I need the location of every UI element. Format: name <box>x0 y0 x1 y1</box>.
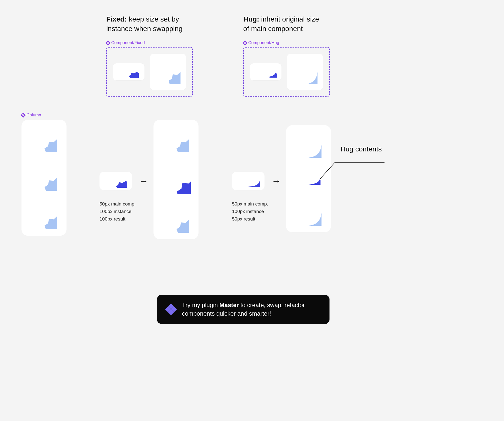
fixed-caption-line3: 100px result <box>100 215 136 223</box>
spark-icon <box>254 66 277 78</box>
spark-icon <box>296 132 322 158</box>
fixed-swap-source-card <box>100 172 132 190</box>
hug-frame-inner <box>250 54 323 90</box>
burst-icon <box>31 126 57 152</box>
burst-icon <box>119 66 139 78</box>
column-card-original <box>22 120 66 236</box>
hug-contents-annotation: Hug contents <box>340 145 382 153</box>
arrow-icon: → <box>139 176 148 186</box>
spark-icon <box>236 175 260 187</box>
fixed-caption-line2: 100px instance <box>100 208 136 215</box>
fixed-frame-inner <box>113 54 186 90</box>
burst-icon <box>31 203 57 229</box>
spark-icon <box>296 200 322 226</box>
spark-icon <box>296 173 320 185</box>
hug-component-label-text: Component/Hug <box>248 40 279 45</box>
fixed-caption-line1: 50px main comp. <box>100 200 136 208</box>
hug-heading-bold: Hug: <box>243 15 259 23</box>
fixed-heading: Fixed: keep size set by instance when sw… <box>106 15 189 34</box>
hug-component-frame <box>243 47 330 97</box>
burst-icon <box>163 207 189 233</box>
promo-banner[interactable]: Try my plugin Master to create, swap, re… <box>157 295 330 324</box>
promo-text: Try my plugin Master to create, swap, re… <box>182 301 321 318</box>
burst-icon <box>156 59 180 84</box>
promo-text-pre: Try my plugin <box>182 302 220 308</box>
hug-caption-line3: 50px result <box>232 215 268 223</box>
arrow-icon: → <box>272 176 281 186</box>
hug-large-card <box>287 54 323 90</box>
fixed-component-label: Component/Fixed <box>106 40 145 45</box>
master-plugin-icon <box>166 304 176 315</box>
spark-icon <box>292 59 318 84</box>
burst-icon <box>161 165 191 194</box>
fixed-small-card <box>113 63 144 80</box>
hug-caption-line1: 50px main comp. <box>232 200 268 208</box>
fixed-heading-bold: Fixed: <box>106 15 127 23</box>
column-card-hug-result <box>286 125 331 232</box>
burst-icon <box>31 165 57 191</box>
hug-component-label: Component/Hug <box>243 40 279 45</box>
burst-icon <box>104 174 127 188</box>
burst-icon <box>163 126 189 152</box>
fixed-large-card <box>150 54 186 90</box>
annotation-line <box>334 162 384 163</box>
hug-caption: 50px main comp. 100px instance 50px resu… <box>232 200 268 223</box>
component-icon <box>242 40 248 45</box>
fixed-component-frame <box>106 47 193 97</box>
component-icon <box>106 40 110 45</box>
hug-small-card <box>250 63 282 80</box>
column-component-label: Column <box>22 113 41 118</box>
canvas: Fixed: keep size set by instance when sw… <box>0 0 504 421</box>
column-card-fixed-result <box>154 120 198 239</box>
component-icon <box>21 113 26 118</box>
fixed-caption: 50px main comp. 100px instance 100px res… <box>100 200 136 223</box>
column-component-label-text: Column <box>26 113 41 118</box>
hug-heading: Hug: inherit original size of main compo… <box>243 15 321 34</box>
promo-text-bold: Master <box>220 302 239 308</box>
hug-caption-line2: 100px instance <box>232 208 268 215</box>
fixed-component-label-text: Component/Fixed <box>111 40 145 45</box>
hug-swap-source-card <box>232 172 264 190</box>
